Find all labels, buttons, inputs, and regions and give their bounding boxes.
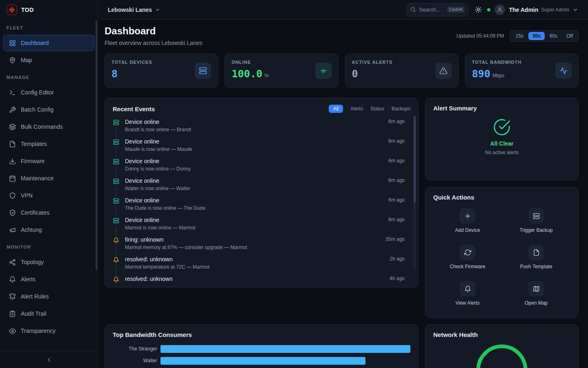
alert-status-text: All Clear (490, 140, 514, 147)
theme-toggle-button[interactable] (472, 3, 485, 16)
search-box[interactable]: Cmd+K (406, 3, 468, 16)
stat-label: TOTAL DEVICES (111, 60, 152, 65)
alert-triangle-icon (435, 63, 452, 79)
event-time: 4h ago (390, 276, 410, 283)
events-scrollbar-track[interactable] (414, 116, 416, 269)
quick-action-push-template[interactable]: Push Template (502, 245, 570, 269)
section-label-monitor: MONITOR (0, 239, 98, 253)
event-row[interactable]: Device onlineDonny is now online — Donny… (113, 158, 410, 177)
sidebar-item-firmware[interactable]: Firmware (3, 153, 94, 169)
user-name: The Admin (509, 7, 538, 13)
sidebar-item-templates[interactable]: Templates (3, 136, 94, 152)
network-health-card: Network Health (425, 324, 579, 368)
event-row[interactable]: Device onlineWalter is now online — Walt… (113, 177, 410, 197)
stat-value: 0 (352, 68, 358, 80)
event-row[interactable]: Device onlineBrandt is now online — Bran… (113, 119, 410, 138)
event-time: 6m ago (388, 158, 410, 177)
page-subtitle: Fleet overview across Lebowski Lanes (105, 40, 203, 46)
eye-icon (9, 328, 16, 334)
sidebar-item-alerts[interactable]: Alerts (3, 271, 94, 287)
bar (160, 345, 410, 353)
stat-card-active-alerts: ACTIVE ALERTS 0 (345, 54, 459, 88)
event-filters: All Alerts Status Backups (329, 105, 410, 113)
refresh-option-60s[interactable]: 60s (546, 32, 561, 40)
right-column: Alert Summary All Clear No active alerts… (425, 98, 579, 368)
file-icon (9, 141, 16, 148)
quick-action-label: Trigger Backup (520, 227, 553, 233)
stat-value: 890 (472, 68, 490, 80)
top-bandwidth-card: Top Bandwidth Consumers The Stranger Wal… (105, 324, 419, 368)
sidebar-item-vpn[interactable]: VPN (3, 187, 94, 204)
sidebar-scrollbar[interactable] (96, 20, 97, 270)
sidebar-item-dashboard[interactable]: Dashboard (3, 35, 94, 51)
sidebar-item-topology[interactable]: Topology (3, 254, 94, 270)
stat-card-online: ONLINE 100.0 % (225, 54, 338, 88)
sidebar-item-transparency[interactable]: Transparency (3, 323, 94, 339)
sidebar-item-config-editor[interactable]: Config Editor (3, 84, 94, 101)
event-time: 6m ago (388, 119, 410, 138)
megaphone-icon (9, 227, 16, 233)
events-scrollbar-thumb[interactable] (414, 116, 416, 203)
search-input[interactable] (419, 7, 444, 13)
terminal-icon (9, 89, 16, 96)
server-icon (113, 139, 119, 145)
sidebar-item-audit-trail[interactable]: Audit Trail (3, 305, 94, 322)
event-time: 6m ago (388, 177, 410, 197)
main-content: Dashboard Fleet overview across Lebowski… (98, 20, 588, 368)
sidebar-item-label: VPN (21, 192, 33, 199)
map-pin-icon (9, 57, 16, 64)
sidebar-item-achtung[interactable]: Achtung (3, 222, 94, 238)
bell-icon (113, 276, 119, 283)
quick-action-trigger-backup[interactable]: Trigger Backup (502, 208, 570, 233)
bandwidth-row: Walter (113, 357, 410, 365)
sidebar-item-bulk-commands[interactable]: Bulk Commands (3, 119, 94, 135)
stat-value: 100.0 (232, 68, 262, 80)
event-row[interactable]: resolved: unknown 4h ago (113, 276, 410, 283)
sidebar-collapse-button[interactable] (0, 351, 98, 368)
event-detail: Maude is now online — Maude (125, 146, 383, 152)
chevron-down-icon (572, 7, 578, 13)
bar-label: The Stranger (113, 346, 160, 352)
quick-action-add-device[interactable]: Add Device (433, 208, 502, 233)
quick-action-label: Open Map (525, 300, 548, 306)
sidebar-item-alert-rules[interactable]: Alert Rules (3, 288, 94, 305)
event-row[interactable]: Device onlineMarmot is now online — Marm… (113, 217, 410, 236)
search-icon (410, 7, 416, 13)
filter-status[interactable]: Status (370, 106, 384, 112)
sidebar-item-batch-config[interactable]: Batch Config (3, 101, 94, 118)
sidebar-item-label: Achtung (21, 227, 42, 233)
stat-card-total-bandwidth: TOTAL BANDWIDTH 890 Mbps (465, 54, 579, 88)
clipboard-icon (9, 310, 16, 317)
org-selector[interactable]: Lebowski Lanes (108, 7, 160, 13)
sidebar-item-label: Audit Trail (21, 310, 46, 317)
filter-all[interactable]: All (329, 105, 343, 113)
user-menu[interactable]: The Admin Super Admin (494, 4, 578, 15)
event-row[interactable]: firing: unknownMarmot memory at 87% — co… (113, 236, 410, 256)
event-title: Device online (125, 177, 383, 184)
filter-backups[interactable]: Backups (392, 106, 410, 112)
refresh-option-off[interactable]: Off (562, 32, 577, 40)
event-title: Device online (125, 217, 383, 223)
stat-cards: TOTAL DEVICES 8 ONLINE 100.0 % (105, 54, 579, 88)
topbar: Lebowski Lanes Cmd+K The Admin Super Adm… (98, 0, 588, 20)
sidebar-item-map[interactable]: Map (3, 52, 94, 68)
quick-action-open-map[interactable]: Open Map (502, 281, 570, 306)
event-title: Device online (125, 138, 383, 145)
event-row[interactable]: Device onlineMaude is now online — Maude… (113, 138, 410, 158)
refresh-option-15s[interactable]: 15s (511, 32, 527, 40)
event-row[interactable]: Device onlineThe Dude is now online — Th… (113, 197, 410, 217)
wifi-icon (315, 63, 332, 79)
event-detail: Marmot temperature at 72C — Marmot (125, 264, 384, 270)
timeline-connector (116, 186, 116, 197)
event-detail: The Dude is now online — The Dude (125, 205, 383, 211)
quick-actions-title: Quick Actions (433, 194, 570, 201)
event-time: 35m ago (385, 236, 410, 256)
sidebar-item-maintenance[interactable]: Maintenance (3, 170, 94, 186)
filter-alerts[interactable]: Alerts (350, 106, 363, 112)
sidebar-item-label: Map (21, 57, 32, 63)
event-row[interactable]: resolved: unknownMarmot temperature at 7… (113, 256, 410, 276)
refresh-option-30s[interactable]: 30s (528, 32, 545, 40)
quick-action-check-firmware[interactable]: Check Firmware (433, 245, 502, 269)
quick-action-view-alerts[interactable]: View Alerts (433, 281, 502, 306)
sidebar-item-certificates[interactable]: Certificates (3, 204, 94, 221)
